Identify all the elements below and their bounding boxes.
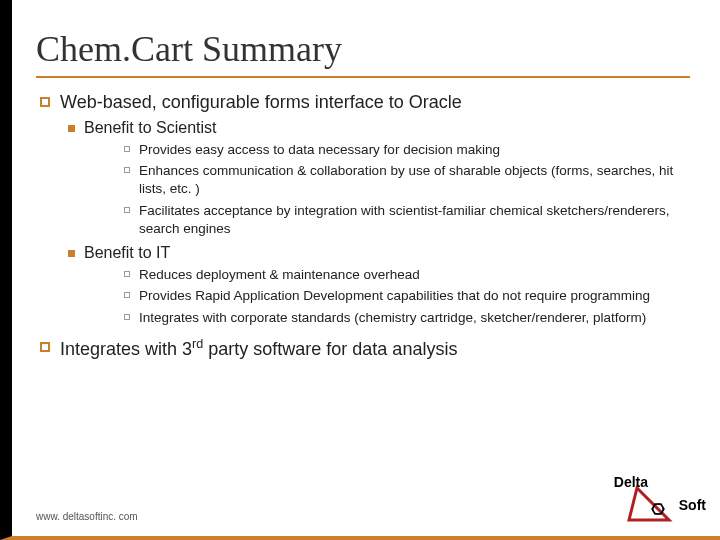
bullet-text: Integrates with 3rd party software for d… [60, 337, 457, 360]
slide-title: Chem.Cart Summary [36, 28, 690, 78]
sub-text: Benefit to Scientist [84, 119, 217, 137]
sub-text: Benefit to IT [84, 244, 170, 262]
footer-url: www. deltasoftinc. com [36, 511, 138, 522]
svg-marker-0 [629, 488, 669, 520]
hollow-square-icon [124, 292, 130, 298]
filled-square-icon [68, 125, 75, 132]
list-item: Provides Rapid Application Development c… [124, 287, 690, 305]
list-item: Facilitates acceptance by integration wi… [124, 202, 690, 238]
list-item: Provides easy access to data necessary f… [124, 141, 690, 159]
logo-delta-text: Delta [614, 474, 648, 490]
list-item: Integrates with corporate standards (che… [124, 309, 690, 327]
logo-soft-text: Soft [679, 497, 706, 513]
hollow-square-icon [124, 207, 130, 213]
list-item: Reduces deployment & maintenance overhea… [124, 266, 690, 284]
square-bullet-icon [40, 342, 50, 352]
square-bullet-icon [40, 97, 50, 107]
bullet-web-based: Web-based, configurable forms interface … [40, 92, 690, 327]
hollow-square-icon [124, 271, 130, 277]
list-item: Enhances communication & collaboration b… [124, 162, 690, 198]
sub-benefit-it: Benefit to IT Reduces deployment & maint… [68, 244, 690, 327]
sub-benefit-scientist: Benefit to Scientist Provides easy acces… [68, 119, 690, 238]
hollow-square-icon [124, 167, 130, 173]
delta-logo-icon [627, 484, 673, 526]
slide: Chem.Cart Summary Web-based, configurabl… [0, 0, 720, 540]
logo: Delta Soft [627, 484, 706, 526]
hollow-square-icon [124, 314, 130, 320]
bullet-integrates: Integrates with 3rd party software for d… [40, 337, 690, 360]
filled-square-icon [68, 250, 75, 257]
hollow-square-icon [124, 146, 130, 152]
bullet-text: Web-based, configurable forms interface … [60, 92, 462, 113]
